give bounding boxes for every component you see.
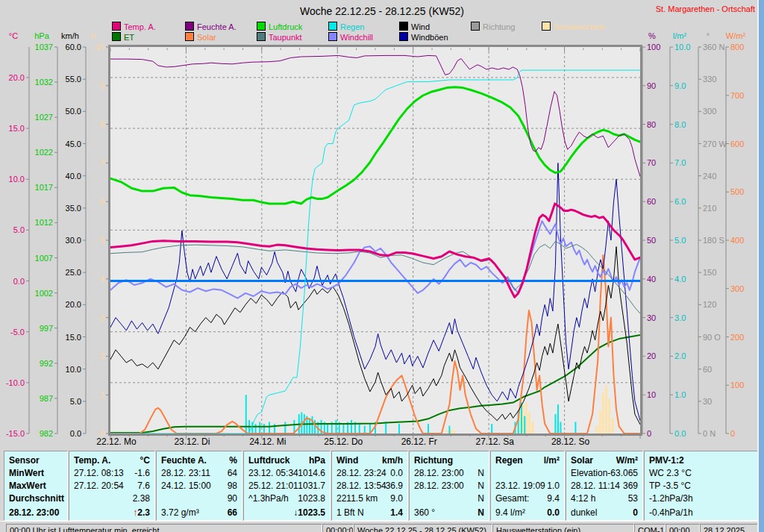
table-row: 24.12. 15:0098 [157,480,242,492]
cell-datetime: 25.12. 21:01 [248,480,298,492]
cell-datetime: 360 ° [414,507,435,519]
table-row: -0.4hPa/1h [645,507,759,519]
cell-datetime: 28.12. 23:24 [336,467,386,480]
cell-value: 36.9 [386,480,403,492]
table-row-label: Sensor [4,454,67,467]
table-row: ↓1023.5 [244,507,330,519]
day-label: 28.12. So [551,436,589,447]
table-row: 23.12. 05:341014.6 [244,467,330,480]
day-label: 26.12. Fr [401,436,437,447]
table-panel-header: Feuchte A.% [157,454,242,467]
cell-datetime: 28.12. 13:54 [336,480,386,492]
panel-unit: hPa [309,454,325,467]
cell-value: -1.6 [134,467,150,480]
cell-value: N [478,507,484,519]
panel-name: Richtung [414,454,453,467]
row-label-text: MaxWert [9,480,46,492]
table-row [491,467,564,480]
cell-value: 9.0 [390,492,403,505]
table-row: TP -3.5 °C [645,480,759,492]
day-label: 27.12. Sa [475,436,513,447]
cell-value: 1.4 [390,507,403,519]
cell-value: 1014.6 [298,467,325,480]
table-row: N [410,492,489,505]
table-row: 360 °N [410,507,489,519]
status-segment-1: 00:00:06 [322,524,354,532]
cell-datetime: 27.12. 08:13 [74,467,124,480]
cell-value: 90 [228,492,237,505]
cell-datetime: 23.12. 19:09 [495,480,545,492]
day-label: 22.12. Mo [96,436,136,447]
cell-value: 7.6 [137,480,150,492]
status-segment-2: Woche 22.12.25 - 28.12.25 (KW52) [354,524,492,532]
status-segment-4: COM-1 [634,524,666,532]
cell-datetime: 1 Bft N [336,507,364,519]
table-panel-header: SolarW/m² [566,454,642,467]
table-row: 28.12. 23:00N [410,480,489,492]
table-row: 4:12 h53 [566,492,642,505]
panel-unit: °C [140,454,150,467]
table-panel-header: Richtung [410,454,489,467]
row-label-text: 28.12. 23:00 [9,507,59,519]
cell-value: 0 [633,507,638,519]
cell-value: 66 [228,507,237,519]
table-panel-header: LuftdruckhPa [244,454,330,467]
table-row-label: 28.12. 23:00 [4,507,67,519]
cell-datetime: 28.12. 23:00 [414,467,464,480]
panel-unit: km/h [382,454,403,467]
table-row-label: MaxWert [4,480,67,492]
table-row: Gesamt:9.4 [491,492,564,505]
cell-value: 0.0 [390,467,403,480]
table-row: 28.12. 11:14369 [566,480,642,492]
cell-value: 1031.7 [298,480,325,492]
status-segment-5: 00:00 [666,524,700,532]
table-row: dunkel0 [566,507,642,519]
table-row: Elevation-63.065 [566,467,642,480]
day-label: 24.12. Mi [249,436,286,447]
cell-datetime: dunkel [571,507,597,519]
panel-unit: W/m² [616,454,638,467]
day-label: 25.12. Do [324,436,363,447]
table-panel-regen: Regenl/m²23.12. 19:091.0Gesamt:9.49.4 l/… [490,451,565,521]
table-panel-header: Regenl/m² [491,454,564,467]
table-row: 28.12. 13:5436.9 [332,480,407,492]
row-label-text: MinWert [9,467,44,480]
cell-datetime: Elevation [571,467,607,480]
cell-value: 369 [623,480,638,492]
table-row: 2.38 [69,492,154,505]
table-row: ↑2.3 [69,507,154,519]
table-panel-header: PMV-1:2 [645,454,759,467]
table-row: WC 2.3 °C [645,467,759,480]
status-bar: 00:00 Uhr ist Lufttemperatur min. erreic… [0,521,764,532]
panel-name: Solar [571,454,593,467]
status-segment-6: 28.12.2025 [700,524,758,532]
cell-value: 98 [228,480,237,492]
table-row: 1 Bft N1.4 [332,507,407,519]
cell-value: 1023.8 [298,492,325,505]
table-panel-feuchte-a-: Feuchte A.%28.12. 23:116424.12. 15:00989… [156,451,242,521]
panel-name: Regen [495,454,523,467]
table-row: -1.2hPa/3h [645,492,759,505]
panel-name: Temp. A. [74,454,110,467]
table-row: 90 [157,492,242,505]
table-row: 23.12. 19:091.0 [491,480,564,492]
cell-datetime: 9.4 l/m² [495,507,525,519]
panel-name: Luftdruck [248,454,289,467]
cell-value: ↑2.3 [133,507,150,519]
cell-value: 0.0 [547,507,560,519]
table-panel-header: Temp. A.°C [69,454,154,467]
table-panel-solar: SolarW/m²Elevation-63.06528.12. 11:14369… [566,451,643,521]
cell-datetime: 27.12. 20:54 [74,480,124,492]
day-label: 23.12. Di [174,436,210,447]
cell-value: 64 [228,467,237,480]
cell-datetime: ^1.3hPa/h [248,492,289,505]
sensor-summary-table: SensorMinWertMaxWertDurchschnitt28.12. 2… [0,448,760,522]
panel-name: PMV-1:2 [649,454,684,467]
cell-datetime: 23.12. 05:34 [248,467,298,480]
table-row: 28.12. 23:00N [410,467,489,480]
table-panel-temp-a-: Temp. A.°C27.12. 08:13-1.627.12. 20:547.… [69,451,155,521]
cell-datetime: -1.2hPa/3h [649,492,693,505]
row-label-text: Sensor [9,454,40,467]
panel-name: Wind [336,454,358,467]
plot-area[interactable] [110,47,640,434]
